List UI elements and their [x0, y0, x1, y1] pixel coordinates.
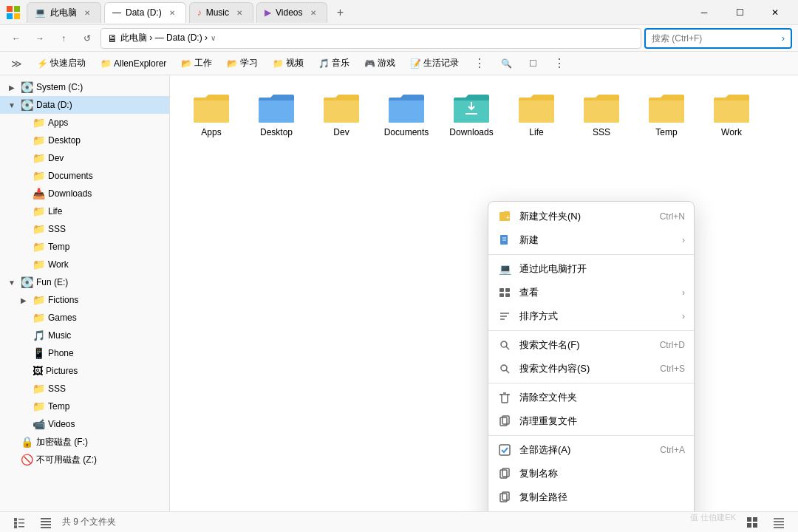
- status-view2-icon[interactable]: [768, 512, 789, 533]
- tab-favicon-music: ♪: [197, 7, 202, 18]
- status-list-icon[interactable]: [9, 512, 30, 533]
- sidebar-item-temp[interactable]: 📁 Temp: [0, 238, 169, 256]
- sidebar-item-phone[interactable]: 📱 Phone: [0, 344, 169, 362]
- minimize-button[interactable]: ─: [687, 0, 721, 25]
- sidebar-item-pictures[interactable]: 🖼 Pictures: [0, 362, 169, 380]
- sidebar-item-encrypt-f[interactable]: 🔒 加密磁盘 (F:): [0, 433, 169, 451]
- folder-icon-dev: 📁: [33, 152, 45, 164]
- games-bm-icon: 🎮: [364, 58, 375, 69]
- sidebar-label-fun-e: Fun (E:): [36, 277, 163, 287]
- sidebar-item-videos[interactable]: 📹 Videos: [0, 415, 169, 433]
- back-button[interactable]: ←: [6, 28, 27, 49]
- tab-music[interactable]: ♪ Music ✕: [189, 2, 253, 23]
- folder-life[interactable]: Life: [507, 87, 566, 143]
- menu-item-search-name[interactable]: 搜索文件名(F) Ctrl+D: [488, 333, 694, 357]
- sidebar-item-games[interactable]: 📁 Games: [0, 309, 169, 327]
- expand-documents: [18, 170, 30, 182]
- sidebar-item-downloads[interactable]: 📥 Downloads: [0, 185, 169, 202]
- more-options-button[interactable]: ⋮: [549, 53, 570, 74]
- menu-item-select-all[interactable]: 全部选择(A) Ctrl+A: [488, 438, 694, 462]
- bookmark-study[interactable]: 📂 学习: [222, 55, 262, 71]
- expand-fun-e: ▼: [6, 276, 18, 288]
- forward-button[interactable]: →: [30, 28, 50, 49]
- sidebar-item-apps[interactable]: 📁 Apps: [0, 114, 169, 132]
- folder-desktop[interactable]: Desktop: [247, 87, 306, 143]
- menu-item-copy-name[interactable]: 复制名称: [488, 462, 694, 485]
- close-button[interactable]: ✕: [758, 0, 792, 25]
- refresh-button[interactable]: ↺: [77, 28, 98, 49]
- address-bar[interactable]: 🖥 此电脑 › — Data (D:) › ∨: [100, 28, 641, 49]
- tab-close-data[interactable]: ✕: [166, 7, 178, 18]
- bookmarks-options[interactable]: ⋮: [469, 53, 490, 74]
- sidebar-item-sss[interactable]: 📁 SSS: [0, 220, 169, 238]
- sidebar-item-music[interactable]: 🎵 Music: [0, 327, 169, 344]
- folder-apps[interactable]: Apps: [182, 87, 241, 143]
- sidebar-item-documents[interactable]: 📁 Documents: [0, 167, 169, 185]
- folder-dev[interactable]: Dev: [312, 87, 371, 143]
- search-input[interactable]: [652, 33, 779, 44]
- bookmark-work[interactable]: 📂 工作: [177, 55, 216, 71]
- menu-item-copy-path[interactable]: 复制全路径: [488, 485, 694, 509]
- folder-work[interactable]: Work: [702, 87, 761, 143]
- work-bm-icon: 📂: [181, 58, 192, 69]
- folder-icon-work: 📁: [33, 259, 45, 270]
- tab-data-d[interactable]: — Data (D:) ✕: [104, 2, 186, 23]
- sidebar-item-system-c[interactable]: ▶ 💽 System (C:): [0, 78, 169, 96]
- svg-rect-2: [7, 13, 13, 19]
- sidebar-item-data-d[interactable]: ▼ 💽 Data (D:): [0, 96, 169, 114]
- menu-arrow-view: ›: [682, 287, 685, 298]
- sidebar-item-life[interactable]: 📁 Life: [0, 202, 169, 220]
- status-view1-icon[interactable]: [742, 512, 763, 533]
- menu-item-new[interactable]: 新建 ›: [488, 228, 694, 252]
- folder-sss[interactable]: SSS: [572, 87, 631, 143]
- sidebar-item-fun-e[interactable]: ▼ 💽 Fun (E:): [0, 273, 169, 291]
- folder-documents[interactable]: Documents: [377, 87, 436, 143]
- new-tab-button[interactable]: +: [330, 2, 351, 23]
- maximize-button[interactable]: ☐: [723, 0, 757, 25]
- up-button[interactable]: ↑: [53, 28, 74, 49]
- folder-icon-temp2: 📁: [33, 400, 45, 412]
- menu-item-new-shortcut[interactable]: ↗ 新建快捷方式: [488, 509, 694, 511]
- search-icon-btn[interactable]: 🔍: [496, 53, 516, 74]
- menu-item-sort[interactable]: 排序方式 ›: [488, 304, 694, 328]
- sidebar-label-encrypt-f: 加密磁盘 (F:): [36, 436, 163, 449]
- tab-close-computer[interactable]: ✕: [81, 7, 93, 18]
- bookmark-videos[interactable]: 📁 视频: [268, 55, 308, 71]
- folder-downloads[interactable]: Downloads: [442, 87, 501, 143]
- menu-item-clean-dup[interactable]: 清理重复文件: [488, 409, 694, 433]
- study-label: 学习: [240, 57, 258, 69]
- sidebar-item-unavail-z[interactable]: 🚫 不可用磁盘 (Z:): [0, 451, 169, 468]
- sidebar-item-sss2[interactable]: 📁 SSS: [0, 380, 169, 398]
- bookmark-music[interactable]: 🎵 音乐: [314, 55, 354, 71]
- folder-label-work: Work: [721, 127, 742, 137]
- menu-item-new-folder[interactable]: + 新建文件夹(N) Ctrl+N: [488, 205, 694, 228]
- sidebar-item-work[interactable]: 📁 Work: [0, 256, 169, 273]
- view-mode-button[interactable]: ☐: [522, 53, 543, 74]
- menu-item-view[interactable]: 查看 ›: [488, 281, 694, 304]
- bookmarks-more-icon[interactable]: ≫: [6, 53, 27, 74]
- allen-label: AllenExplorer: [114, 58, 166, 69]
- sidebar-item-temp2[interactable]: 📁 Temp: [0, 398, 169, 415]
- tab-videos[interactable]: ▶ Videos ✕: [256, 2, 327, 23]
- bookmark-quickstart[interactable]: ⚡ 快速启动: [33, 55, 90, 71]
- folder-temp[interactable]: Temp: [637, 87, 696, 143]
- bookmark-games[interactable]: 🎮 游戏: [360, 55, 400, 71]
- tab-computer[interactable]: 💻 此电脑 ✕: [27, 2, 101, 23]
- status-detail-icon[interactable]: [35, 512, 56, 533]
- status-count: 共 9 个文件夹: [62, 516, 116, 528]
- bookmark-allen[interactable]: 📁 AllenExplorer: [96, 57, 171, 70]
- sidebar-item-desktop[interactable]: 📁 Desktop: [0, 132, 169, 149]
- menu-item-search-content[interactable]: 搜索文件内容(S) Ctrl+S: [488, 357, 694, 381]
- search-box[interactable]: ›: [644, 28, 792, 49]
- sidebar-label-unavail-z: 不可用磁盘 (Z:): [36, 454, 163, 466]
- sidebar-item-dev[interactable]: 📁 Dev: [0, 149, 169, 167]
- svg-rect-1: [14, 6, 20, 12]
- sidebar-label-temp2: Temp: [48, 401, 163, 412]
- folder-icon-svg-apps: [192, 93, 231, 124]
- tab-close-videos[interactable]: ✕: [307, 7, 319, 18]
- menu-item-open-pc[interactable]: 💻 通过此电脑打开: [488, 257, 694, 281]
- menu-item-clean-folder[interactable]: 清除空文件夹: [488, 386, 694, 409]
- bookmark-life[interactable]: 📝 生活记录: [406, 55, 463, 71]
- sidebar-item-fictions[interactable]: ▶ 📁 Fictions: [0, 291, 169, 309]
- tab-close-music[interactable]: ✕: [233, 7, 245, 18]
